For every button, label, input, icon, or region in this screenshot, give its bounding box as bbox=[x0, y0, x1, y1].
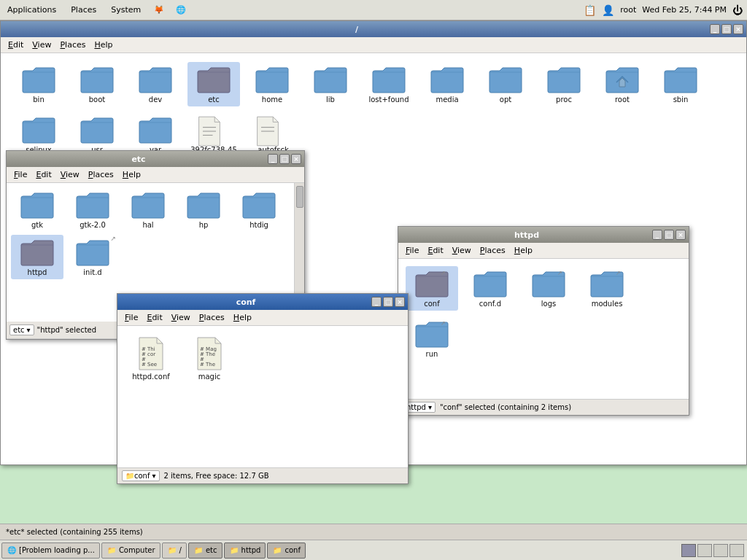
folder-httpd[interactable]: httpd bbox=[11, 235, 63, 279]
conf-menu-file[interactable]: File bbox=[120, 311, 142, 324]
root-menubar: Edit View Places Help bbox=[1, 37, 746, 53]
httpd-titlebar[interactable]: httpd _ □ × bbox=[398, 227, 689, 243]
etc-minimize-btn[interactable]: _ bbox=[268, 154, 278, 164]
httpd-maximize-btn[interactable]: □ bbox=[664, 230, 674, 240]
folder-run[interactable]: ↗ run bbox=[406, 316, 458, 361]
folder-bin[interactable]: bin bbox=[12, 62, 65, 106]
root-menu-view[interactable]: View bbox=[28, 39, 55, 51]
places-menu[interactable]: Places bbox=[68, 4, 99, 16]
folder-gtk2-icon bbox=[75, 190, 110, 219]
etc-maximize-btn[interactable]: □ bbox=[279, 154, 290, 164]
conf-minimize-btn[interactable]: _ bbox=[371, 297, 382, 307]
conf-menu-help[interactable]: Help bbox=[229, 311, 256, 324]
etc-scrollbar-thumb[interactable] bbox=[296, 186, 303, 208]
conf-menu-view[interactable]: View bbox=[167, 311, 195, 324]
folder-initd[interactable]: ↗ init.d bbox=[66, 235, 119, 279]
folder-conf[interactable]: ↗ conf bbox=[406, 266, 458, 311]
root-titlebar[interactable]: / _ □ × bbox=[1, 21, 746, 37]
httpd-menu-places[interactable]: Places bbox=[476, 244, 510, 257]
httpd-menu-help[interactable]: Help bbox=[510, 244, 537, 257]
folder-etc[interactable]: etc bbox=[187, 62, 240, 106]
root-menu-edit[interactable]: Edit bbox=[4, 39, 28, 51]
httpd-minimize-btn[interactable]: _ bbox=[652, 230, 662, 240]
folder-root-label: root bbox=[615, 96, 630, 104]
taskbar-browser[interactable]: 🌐 [Problem loading p... bbox=[1, 542, 100, 559]
root-minimize-btn[interactable]: _ bbox=[710, 24, 720, 34]
folder-logs[interactable]: ↗ logs bbox=[522, 266, 575, 311]
folder-proc[interactable]: proc bbox=[538, 62, 590, 106]
httpd-menubar: File Edit View Places Help bbox=[398, 243, 689, 259]
folder-boot-icon bbox=[80, 65, 115, 94]
file-httpd-conf[interactable]: # Thi # cor # # See httpd.conf bbox=[125, 333, 177, 384]
httpd-close-btn[interactable]: × bbox=[676, 230, 686, 240]
power-icon[interactable]: ⏻ bbox=[732, 4, 743, 16]
taskbar-root[interactable]: 📁 / bbox=[162, 542, 187, 559]
folder-dev[interactable]: dev bbox=[129, 62, 182, 106]
httpd-menu-edit[interactable]: Edit bbox=[423, 244, 447, 257]
root-menu-help[interactable]: Help bbox=[90, 39, 117, 51]
etc-selection-status: "httpd" selected bbox=[37, 326, 96, 334]
folder-modules[interactable]: ↗ modules bbox=[581, 266, 633, 311]
root-close-btn[interactable]: × bbox=[733, 24, 743, 34]
etc-titlebar[interactable]: etc _ □ × bbox=[7, 151, 304, 167]
conf-maximize-btn[interactable]: □ bbox=[383, 297, 393, 307]
another-app-icon[interactable]: 🌐 bbox=[174, 4, 187, 17]
pager-1[interactable] bbox=[681, 544, 696, 557]
folder-conf-icon: ↗ bbox=[414, 269, 449, 298]
folder-hal[interactable]: hal bbox=[122, 187, 174, 232]
conf-menu-edit[interactable]: Edit bbox=[142, 311, 166, 324]
conf-close-btn[interactable]: × bbox=[395, 297, 405, 307]
httpd-menu-view[interactable]: View bbox=[448, 244, 476, 257]
root-menu-places[interactable]: Places bbox=[55, 39, 90, 51]
folder-sbin[interactable]: sbin bbox=[654, 62, 707, 106]
etc-menu-view[interactable]: View bbox=[56, 168, 84, 181]
file-autofsck-icon bbox=[255, 115, 290, 144]
etc-location-dropdown[interactable]: etc ▾ bbox=[9, 324, 34, 335]
conf-titlebar[interactable]: conf _ □ × bbox=[117, 294, 408, 310]
folder-media[interactable]: media bbox=[421, 62, 473, 106]
folder-boot[interactable]: boot bbox=[71, 62, 123, 106]
etc-menu-places[interactable]: Places bbox=[84, 168, 118, 181]
pager-2[interactable] bbox=[697, 544, 712, 557]
pager-4[interactable] bbox=[729, 544, 744, 557]
taskbar-etc[interactable]: 📁 etc bbox=[188, 542, 222, 559]
folder-run-icon: ↗ bbox=[414, 319, 449, 349]
httpd-location-arrow: ▾ bbox=[428, 403, 432, 411]
folder-lost-found[interactable]: lost+found bbox=[363, 62, 415, 106]
applications-menu[interactable]: Applications bbox=[4, 4, 59, 16]
conf-title: conf bbox=[120, 298, 371, 307]
etc-close-btn[interactable]: × bbox=[291, 154, 301, 164]
folder-gtk[interactable]: gtk bbox=[11, 187, 63, 232]
folder-boot-label: boot bbox=[89, 96, 106, 104]
pager-3[interactable] bbox=[713, 544, 728, 557]
folder-root[interactable]: root bbox=[596, 62, 649, 106]
folder-gtk2[interactable]: gtk-2.0 bbox=[66, 187, 119, 232]
folder-opt[interactable]: opt bbox=[479, 62, 532, 106]
etc-menu-file[interactable]: File bbox=[9, 168, 31, 181]
system-menu[interactable]: System bbox=[108, 4, 144, 16]
folder-confd[interactable]: conf.d bbox=[464, 266, 516, 311]
folder-hp-icon bbox=[186, 190, 221, 219]
folder-modules-label: modules bbox=[592, 300, 623, 308]
etc-menu-edit[interactable]: Edit bbox=[31, 168, 55, 181]
root-maximize-btn[interactable]: □ bbox=[721, 24, 732, 34]
taskbar-computer[interactable]: 📁 Computer bbox=[101, 542, 160, 559]
folder-htdig[interactable]: htdig bbox=[233, 187, 285, 232]
taskbar-httpd[interactable]: 📁 httpd bbox=[224, 542, 266, 559]
httpd-menu-file[interactable]: File bbox=[401, 244, 423, 257]
conf-location-dropdown[interactable]: 📁 conf ▾ bbox=[122, 470, 160, 481]
etc-menu-help[interactable]: Help bbox=[118, 168, 145, 181]
httpd-location-text: httpd bbox=[406, 403, 426, 411]
file-magic[interactable]: # Mag # The # # The magic bbox=[183, 333, 236, 384]
notification-icon: 📋 bbox=[584, 4, 596, 16]
folder-hp[interactable]: hp bbox=[177, 187, 230, 232]
conf-menu-places[interactable]: Places bbox=[195, 311, 229, 324]
folder-home[interactable]: home bbox=[246, 62, 298, 106]
folder-lib[interactable]: lib bbox=[304, 62, 357, 106]
firefox-icon[interactable]: 🦊 bbox=[152, 4, 166, 17]
taskbar-conf[interactable]: 📁 conf bbox=[267, 542, 305, 559]
browser-icon: 🌐 bbox=[7, 545, 17, 556]
file-httpd-conf-label: httpd.conf bbox=[132, 373, 170, 381]
folder-httpd-label: httpd bbox=[28, 268, 47, 276]
httpd-content: ↗ conf conf.d ↗ bbox=[398, 259, 689, 399]
